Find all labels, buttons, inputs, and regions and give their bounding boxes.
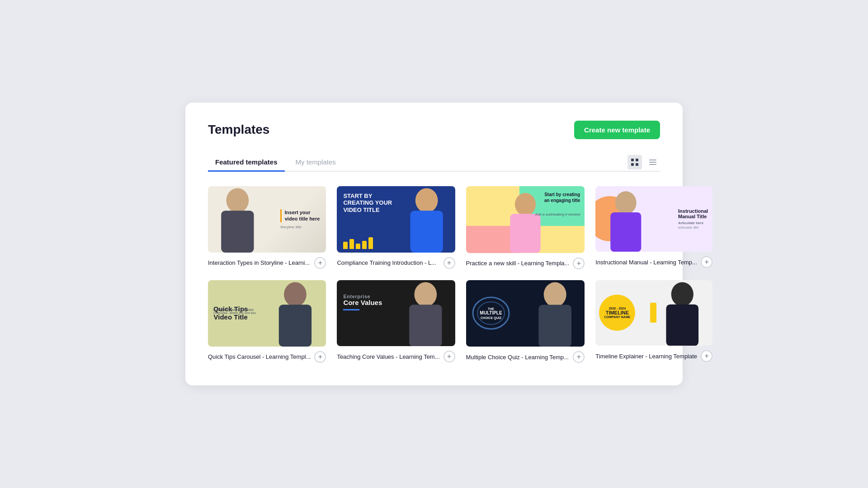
template-footer-4: Instructional Manual - Learning Temp... …	[595, 256, 712, 268]
templates-grid: Insert yourvideo title here Storyline 36…	[208, 186, 660, 363]
main-card: Templates Create new template Featured t…	[185, 103, 683, 386]
template-thumb-6: Enterprise Core Values	[337, 280, 455, 347]
grid-icon	[631, 158, 639, 166]
person-silhouette-7	[525, 280, 585, 347]
template-label-8: Timeline Explainer - Learning Template	[595, 353, 697, 360]
svg-rect-14	[611, 212, 642, 252]
template-thumb-1: Insert yourvideo title here Storyline 36…	[208, 186, 326, 253]
add-template-3-button[interactable]: +	[573, 258, 585, 269]
tabs-row: Featured templates My templates	[208, 154, 660, 172]
template-footer-2: Compliance Training Introduction - L... …	[337, 257, 455, 269]
svg-rect-0	[631, 159, 634, 161]
template-label-2: Compliance Training Introduction - L...	[337, 259, 439, 266]
svg-rect-27	[666, 304, 698, 346]
template-thumb-3: Start by creatingan engaging title Add a…	[466, 186, 585, 253]
svg-point-13	[615, 191, 637, 214]
template-card-2[interactable]: START BYCREATING YOURVIDEO TITLE Complia…	[337, 186, 455, 269]
template-footer-1: Interaction Types in Storyline - Learni.…	[208, 257, 326, 269]
template-thumb-8: 2020 - 2024 TIMELINE COMPANY NAME	[595, 280, 712, 346]
add-template-7-button[interactable]: +	[573, 351, 585, 363]
template-thumb-2: START BYCREATING YOURVIDEO TITLE	[337, 186, 455, 253]
template-label-7: Multiple Choice Quiz - Learning Temp...	[466, 354, 570, 361]
svg-text:THE: THE	[488, 307, 494, 310]
svg-rect-1	[636, 159, 638, 161]
svg-point-19	[544, 282, 566, 307]
template-footer-5: Quick Tips Carousel - Learning Templ... …	[208, 351, 326, 363]
svg-rect-6	[649, 164, 656, 165]
add-template-2-button[interactable]: +	[443, 257, 455, 269]
svg-point-26	[671, 282, 693, 306]
person-silhouette-6	[396, 280, 455, 347]
page-title: Templates	[208, 122, 269, 137]
create-new-template-button[interactable]: Create new template	[574, 121, 660, 139]
add-template-5-button[interactable]: +	[314, 351, 326, 363]
add-template-8-button[interactable]: +	[701, 350, 712, 362]
svg-point-15	[284, 282, 307, 306]
svg-rect-4	[649, 160, 656, 160]
svg-rect-20	[538, 305, 571, 347]
svg-point-11	[515, 193, 536, 216]
grid-view-button[interactable]	[627, 155, 642, 169]
tab-featured[interactable]: Featured templates	[208, 154, 285, 172]
template-label-4: Instructional Manual - Learning Temp...	[595, 259, 697, 266]
svg-point-9	[415, 188, 438, 212]
multiple-choice-graphic: THE MULTIPLE CHOICE QUIZ	[471, 295, 511, 331]
view-icons	[627, 155, 660, 169]
svg-rect-2	[631, 163, 634, 166]
person-silhouette-8	[652, 280, 713, 346]
svg-rect-3	[636, 163, 638, 166]
list-icon	[649, 158, 657, 166]
template-thumb-5: Quick TipsVideo Title Add a subheadline …	[208, 280, 326, 347]
template-card-8[interactable]: 2020 - 2024 TIMELINE COMPANY NAME Timeli…	[595, 280, 712, 363]
person-silhouette-3	[501, 189, 549, 253]
template-card-6[interactable]: Enterprise Core Values Teaching Core Val…	[337, 280, 455, 363]
list-view-button[interactable]	[646, 155, 660, 169]
person-silhouette-4	[595, 189, 656, 252]
template-card-7[interactable]: THE MULTIPLE CHOICE QUIZ Multiple Choice…	[466, 280, 585, 363]
person-silhouette-2	[398, 186, 455, 253]
tab-my-templates[interactable]: My templates	[288, 154, 343, 172]
svg-point-17	[414, 282, 437, 306]
svg-rect-10	[410, 211, 443, 253]
template-thumb-4: InstructionalManual Title Articulate her…	[595, 186, 712, 252]
template-footer-3: Practice a new skill - Learning Templa..…	[466, 258, 585, 269]
add-template-4-button[interactable]: +	[701, 256, 712, 268]
template-card-3[interactable]: Start by creatingan engaging title Add a…	[466, 186, 585, 269]
add-template-1-button[interactable]: +	[314, 257, 326, 269]
template-card-1[interactable]: Insert yourvideo title here Storyline 36…	[208, 186, 326, 269]
add-template-6-button[interactable]: +	[443, 351, 455, 362]
svg-rect-8	[221, 211, 254, 253]
template-thumb-7: THE MULTIPLE CHOICE QUIZ	[466, 280, 585, 347]
svg-text:MULTIPLE: MULTIPLE	[480, 310, 502, 315]
svg-rect-12	[510, 214, 540, 253]
template-label-1: Interaction Types in Storyline - Learni.…	[208, 259, 311, 266]
header-row: Templates Create new template	[208, 121, 660, 139]
svg-point-7	[226, 188, 249, 212]
template-card-4[interactable]: InstructionalManual Title Articulate her…	[595, 186, 712, 269]
svg-rect-16	[279, 305, 311, 347]
svg-text:CHOICE QUIZ: CHOICE QUIZ	[481, 316, 502, 320]
template-label-6: Teaching Core Values - Learning Tem...	[337, 353, 439, 360]
svg-rect-18	[409, 305, 442, 347]
template-label-5: Quick Tips Carousel - Learning Templ...	[208, 353, 311, 360]
template-label-3: Practice a new skill - Learning Templa..…	[466, 260, 570, 267]
person-silhouette-5	[264, 280, 326, 347]
template-footer-6: Teaching Core Values - Learning Tem... +	[337, 351, 455, 362]
template-footer-7: Multiple Choice Quiz - Learning Temp... …	[466, 351, 585, 363]
template-card-5[interactable]: Quick TipsVideo Title Add a subheadline …	[208, 280, 326, 363]
person-silhouette-1	[208, 186, 267, 253]
template-footer-8: Timeline Explainer - Learning Template +	[595, 350, 712, 362]
svg-rect-5	[649, 162, 656, 163]
tabs: Featured templates My templates	[208, 154, 343, 171]
